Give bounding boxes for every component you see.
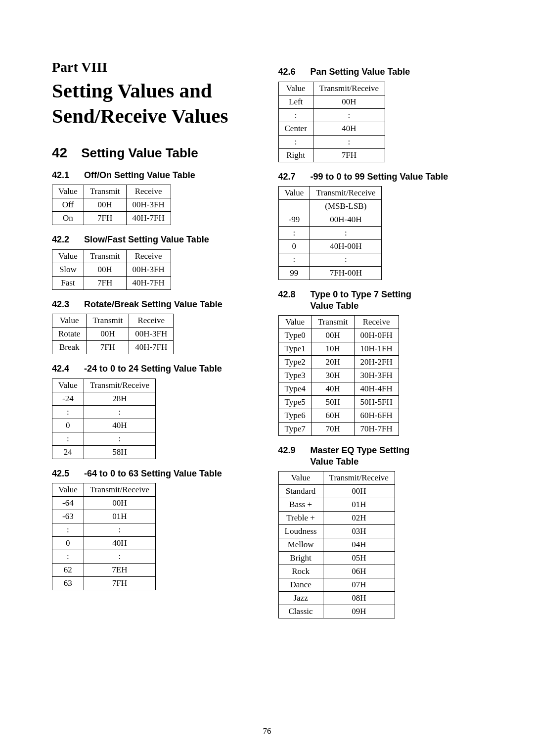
part-title: Setting Values and Send/Receive Values (52, 78, 256, 129)
table-row: :: (278, 227, 382, 240)
table-row: -2428H (52, 392, 156, 405)
table-cell: : (52, 550, 84, 564)
table-42-1: ValueTransmitReceiveOff00H00H-3FHOn7FH40… (52, 185, 171, 225)
table-cell: Bass + (278, 498, 323, 512)
table-cell: 40H-4FH (354, 382, 399, 396)
table-cell: Center (278, 122, 313, 135)
table-42-7: ValueTransmit/Receive(MSB-LSB)-9900H-40H… (278, 186, 382, 280)
table-cell: (MSB-LSB) (310, 200, 382, 213)
table-cell: 40H-00H (310, 240, 382, 253)
table-cell: 70H-7FH (354, 423, 399, 436)
table-header-cell: Transmit/Receive (323, 472, 395, 485)
table-cell: 63 (52, 577, 84, 590)
table-header-cell: Transmit (84, 249, 126, 263)
table-cell: 7FH (313, 148, 385, 162)
table-cell: : (310, 227, 382, 240)
left-column: Part VIII Setting Values and Send/Receiv… (52, 59, 256, 627)
subsection-title: Pan Setting Value Table (311, 66, 410, 78)
table-row: :: (52, 523, 156, 537)
table-header-cell: Value (52, 378, 84, 392)
table-header-cell: Receive (354, 316, 399, 329)
table-row: 040H (52, 419, 156, 432)
table-cell: : (52, 405, 84, 419)
subsection-42-6-heading: 42.6 Pan Setting Value Table (278, 66, 483, 78)
table-header-cell: Transmit (87, 314, 129, 328)
table-cell: Type1 (278, 342, 312, 356)
subsection-number: 42.1 (52, 170, 69, 181)
subsection-42-3-heading: 42.3 Rotate/Break Setting Value Table (52, 299, 256, 310)
table-cell: 00H-3FH (126, 263, 171, 276)
section-title: Setting Value Table (81, 145, 198, 161)
table-header-cell: Transmit/Receive (313, 82, 385, 95)
table-cell: 00H (87, 328, 129, 341)
table-row: Type660H60H-6FH (278, 409, 399, 423)
table-header-cell: Transmit/Receive (84, 378, 155, 392)
table-cell: : (84, 432, 155, 445)
table-cell: Slow (52, 263, 84, 276)
table-cell: Type2 (278, 356, 312, 369)
subsection-title: Rotate/Break Setting Value Table (84, 299, 222, 310)
table-cell: 70H (312, 423, 354, 436)
table-cell: 00H-3FH (129, 328, 174, 341)
table-row: Loudness03H (278, 525, 395, 538)
table-row: :: (52, 432, 156, 445)
table-cell: : (278, 227, 310, 240)
subsection-42-2-heading: 42.2 Slow/Fast Setting Value Table (52, 234, 256, 245)
table-header-cell: Transmit/Receive (310, 187, 382, 200)
table-cell: 30H (312, 369, 354, 382)
table-cell: Dance (278, 578, 323, 592)
subsection-number: 42.8 (278, 289, 296, 300)
subsection-number: 42.5 (52, 469, 69, 479)
table-cell: 50H (312, 396, 354, 409)
table-cell: 40H (313, 122, 385, 135)
table-cell: 28H (84, 392, 155, 405)
table-cell: 07H (323, 578, 395, 592)
table-cell: : (278, 108, 313, 122)
table-header-cell: Value (52, 249, 84, 263)
table-cell: 05H (323, 552, 395, 565)
table-cell: 04H (323, 538, 395, 552)
table-cell: 00H (84, 263, 126, 276)
subsection-title: Type 0 to Type 7 Setting Value Table (311, 289, 411, 311)
table-cell: 40H-7FH (129, 341, 174, 354)
table-cell: 0 (278, 240, 310, 253)
table-header-cell: Value (52, 185, 84, 198)
table-row: Rotate00H00H-3FH (52, 328, 174, 341)
table-row: Type220H20H-2FH (278, 356, 399, 369)
table-row: Type550H50H-5FH (278, 396, 399, 409)
table-cell: 24 (52, 445, 84, 459)
subsection-title: Off/On Setting Value Table (84, 170, 195, 181)
table-row: 997FH-00H (278, 267, 382, 280)
table-cell: Standard (278, 485, 323, 498)
document-page: Part VIII Setting Values and Send/Receiv… (0, 0, 534, 756)
table-row: Right7FH (278, 148, 385, 162)
part-title-line1: Setting Values and (52, 79, 212, 102)
table-cell: 7FH (84, 577, 155, 590)
table-cell: 7FH (84, 212, 126, 225)
table-cell: 60H-6FH (354, 409, 399, 423)
table-row: Standard00H (278, 485, 395, 498)
table-row: :: (278, 135, 385, 148)
table-cell: 03H (323, 525, 395, 538)
table-cell: 7FH (87, 341, 129, 354)
subsection-42-5-heading: 42.5 -64 to 0 to 63 Setting Value Table (52, 468, 256, 479)
table-cell: 01H (323, 498, 395, 512)
table-header-cell: Transmit (84, 185, 126, 198)
subsection-number: 42.3 (52, 299, 69, 310)
table-header-cell: Transmit (312, 316, 354, 329)
section-number: 42 (52, 145, 67, 161)
table-header-cell: Receive (129, 314, 174, 328)
table-cell: 00H-0FH (354, 329, 399, 342)
subsection-title: Master EQ Type Setting Value Table (311, 445, 410, 467)
subsection-number: 42.7 (278, 172, 296, 182)
table-header-cell: Receive (126, 249, 171, 263)
table-row: Bright05H (278, 552, 395, 565)
subsection-title-line1: Type 0 to Type 7 Setting (311, 289, 411, 299)
table-cell: 40H-7FH (126, 276, 171, 289)
table-row: 040H (52, 537, 156, 550)
table-row: Rock06H (278, 565, 395, 578)
table-cell: 09H (323, 605, 395, 618)
table-cell: 00H (323, 485, 395, 498)
table-42-6: ValueTransmit/ReceiveLeft00H::Center40H:… (278, 82, 386, 162)
table-cell: 10H (312, 342, 354, 356)
